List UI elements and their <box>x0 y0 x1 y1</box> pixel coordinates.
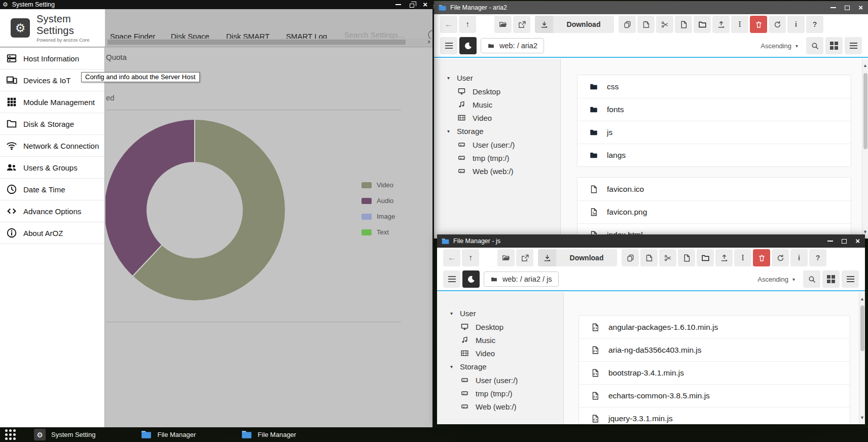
tree-item[interactable]: Desktop <box>434 85 560 98</box>
app-launcher-button[interactable] <box>5 429 16 440</box>
menu-button[interactable] <box>443 270 460 288</box>
back-button[interactable]: ← <box>440 16 457 33</box>
taskbar-item-system-setting[interactable]: ⚙ System Setting <box>34 429 95 440</box>
dark-mode-toggle[interactable] <box>462 270 480 288</box>
new-file-button[interactable] <box>675 16 692 33</box>
sidebar-item[interactable]: Users & Groups <box>0 157 104 179</box>
menu-button[interactable] <box>440 37 457 54</box>
delete-button[interactable] <box>750 16 767 33</box>
list-view-button[interactable] <box>845 37 862 54</box>
sidebar-item[interactable]: Host Information <box>0 48 104 70</box>
scroll-up-icon[interactable]: ▲ <box>860 296 864 301</box>
up-button[interactable]: ↑ <box>459 16 476 33</box>
sidebar-item[interactable]: Module Management <box>0 91 104 113</box>
tabs-horizontal-scrollbar[interactable]: › <box>105 39 432 46</box>
minimize-button[interactable] <box>395 4 401 5</box>
taskbar-item-file-manager-1[interactable]: File Manager <box>141 430 196 439</box>
minimize-button[interactable] <box>827 241 833 242</box>
paste-button[interactable] <box>640 249 658 266</box>
tree-item[interactable]: tmp (tmp:/) <box>437 387 563 400</box>
tree-item[interactable]: Web (web:/) <box>437 400 563 413</box>
list-view-button[interactable] <box>842 270 859 288</box>
sidebar-item[interactable]: Date & Time <box>0 179 104 200</box>
sidebar-item[interactable]: Network & Connection <box>0 135 104 157</box>
sidebar-item[interactable]: Disk & Storage <box>0 113 104 135</box>
breadcrumb[interactable]: web: / aria2 <box>481 38 544 53</box>
file-row[interactable]: jquery-3.3.1.min.js <box>579 407 850 424</box>
scroll-down-icon[interactable]: ▼ <box>863 229 867 234</box>
tree-group[interactable]: ▾ Storage <box>437 360 563 373</box>
maximize-button[interactable] <box>845 6 850 10</box>
file-row[interactable]: js <box>577 121 851 144</box>
tree-item[interactable]: Web (web:/) <box>434 164 560 178</box>
tree-item[interactable]: User (user:/) <box>434 138 560 151</box>
info-button[interactable]: i <box>790 249 808 266</box>
close-button[interactable]: × <box>858 5 863 10</box>
new-folder-button[interactable] <box>694 16 711 33</box>
maximize-button[interactable] <box>842 239 847 244</box>
breadcrumb[interactable]: web: / aria2 / js <box>484 271 559 287</box>
open-button[interactable] <box>497 249 515 266</box>
close-button[interactable]: × <box>855 239 860 244</box>
file-row[interactable]: fonts <box>577 98 851 121</box>
vertical-scrollbar[interactable]: ▲ ▼ <box>859 292 865 424</box>
cut-button[interactable] <box>656 16 673 33</box>
copy-button[interactable] <box>622 249 639 266</box>
scrollbar-thumb[interactable] <box>107 40 406 45</box>
taskbar-item-file-manager-2[interactable]: File Manager <box>241 430 296 439</box>
open-in-new-window-button[interactable] <box>513 16 530 33</box>
scroll-up-icon[interactable]: ▲ <box>863 63 867 68</box>
rename-button[interactable]: I <box>734 249 751 266</box>
copy-button[interactable] <box>619 16 636 33</box>
tree-item[interactable]: Video <box>437 347 563 360</box>
tree-group[interactable]: ▾ User <box>434 71 560 85</box>
refresh-button[interactable] <box>769 16 786 33</box>
settings-search-input[interactable] <box>344 30 410 39</box>
file-row[interactable]: aria-ng-da5356c403.min.js <box>579 338 850 361</box>
file-row[interactable]: bootstrap-3.4.1.min.js <box>579 361 850 384</box>
search-button[interactable] <box>806 37 823 54</box>
minimize-button[interactable] <box>830 7 836 8</box>
sort-order-select[interactable]: Ascending ▾ <box>757 276 795 283</box>
new-file-button[interactable] <box>678 249 695 266</box>
tree-item[interactable]: User (user:/) <box>437 373 563 387</box>
upload-button[interactable] <box>715 249 733 266</box>
sidebar-item[interactable]: About ArOZ <box>0 222 104 244</box>
help-button[interactable]: ? <box>809 249 826 266</box>
file-row[interactable]: langs <box>577 144 851 166</box>
file-row[interactable]: angular-packages-1.6.10.min.js <box>579 316 850 338</box>
file-row[interactable]: favicon.ico <box>577 178 851 200</box>
scrollbar-thumb[interactable] <box>860 305 864 351</box>
tree-group[interactable]: ▾ Storage <box>434 124 560 138</box>
rename-button[interactable]: I <box>731 16 748 33</box>
file-row[interactable]: css <box>577 75 851 98</box>
new-folder-button[interactable] <box>697 249 714 266</box>
scroll-right-arrow-icon[interactable]: › <box>428 38 430 45</box>
tree-item[interactable]: Music <box>437 333 563 347</box>
grid-view-button[interactable] <box>825 37 843 54</box>
delete-button[interactable] <box>753 249 770 266</box>
scrollbar-thumb[interactable] <box>863 73 867 149</box>
search-button[interactable] <box>803 270 820 288</box>
file-row[interactable]: echarts-common-3.8.5.min.js <box>579 384 850 407</box>
open-in-new-window-button[interactable] <box>516 249 533 266</box>
help-button[interactable]: ? <box>806 16 823 33</box>
up-button[interactable]: ↑ <box>462 249 479 266</box>
dark-mode-toggle[interactable] <box>459 37 477 54</box>
upload-button[interactable] <box>712 16 730 33</box>
titlebar[interactable]: File Manager - js × <box>437 234 865 248</box>
tree-group[interactable]: ▾ User <box>437 307 563 320</box>
system-settings-titlebar[interactable]: ⚙ System Setting × <box>0 0 432 9</box>
download-button[interactable]: Download <box>535 16 614 33</box>
scroll-down-icon[interactable]: ▼ <box>860 415 864 420</box>
close-button[interactable]: × <box>423 2 427 7</box>
tree-item[interactable]: tmp (tmp:/) <box>434 151 560 164</box>
sort-order-select[interactable]: Ascending ▾ <box>761 42 798 50</box>
tree-item[interactable]: Desktop <box>437 320 563 333</box>
refresh-button[interactable] <box>772 249 789 266</box>
restore-button[interactable] <box>410 4 414 8</box>
download-button[interactable]: Download <box>538 249 617 266</box>
tree-item[interactable]: Music <box>434 98 560 111</box>
titlebar[interactable]: File Manager - aria2 × <box>434 1 868 14</box>
paste-button[interactable] <box>637 16 655 33</box>
